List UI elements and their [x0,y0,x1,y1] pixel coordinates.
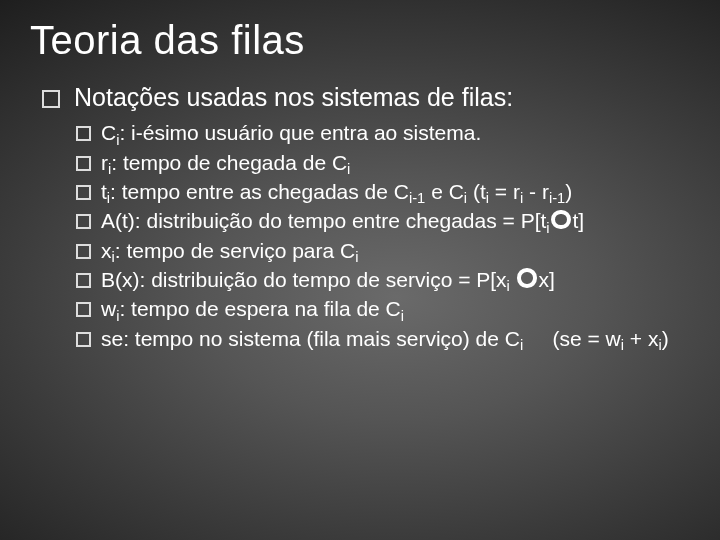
heading-row: Notações usadas nos sistemas de filas: [42,82,690,113]
square-bullet-icon [76,332,91,347]
square-bullet-icon [76,185,91,200]
square-bullet-icon [76,244,91,259]
slide-body: Notações usadas nos sistemas de filas: C… [42,82,690,354]
list-item: ti: tempo entre as chegadas de Ci-1 e Ci… [76,178,690,206]
square-bullet-icon [76,302,91,317]
list-item: xi: tempo de serviço para Ci [76,237,690,265]
list-item: B(x): distribuição do tempo de serviço =… [76,266,690,294]
list-item-text: ri: tempo de chegada de Ci [101,149,690,177]
slide: Teoria das filas Notações usadas nos sis… [0,0,720,540]
square-bullet-icon [76,214,91,229]
list-item: Ci: i-ésimo usuário que entra ao sistema… [76,119,690,147]
list-item-text: ti: tempo entre as chegadas de Ci-1 e Ci… [101,178,690,206]
slide-title: Teoria das filas [30,18,305,63]
list-item-text: Ci: i-ésimo usuário que entra ao sistema… [101,119,690,147]
heading-text: Notações usadas nos sistemas de filas: [74,82,513,113]
notation-list: Ci: i-ésimo usuário que entra ao sistema… [76,119,690,353]
list-item: A(t): distribuição do tempo entre chegad… [76,207,690,235]
square-bullet-icon [76,156,91,171]
square-bullet-icon [76,126,91,141]
list-item-text: B(x): distribuição do tempo de serviço =… [101,266,690,294]
list-item: ri: tempo de chegada de Ci [76,149,690,177]
list-item-text: xi: tempo de serviço para Ci [101,237,690,265]
list-item: wi: tempo de espera na fila de Ci [76,295,690,323]
list-item-text: wi: tempo de espera na fila de Ci [101,295,690,323]
list-item: se: tempo no sistema (fila mais serviço)… [76,325,690,353]
square-bullet-icon [42,90,60,108]
list-item-text: se: tempo no sistema (fila mais serviço)… [101,325,690,353]
list-item-text: A(t): distribuição do tempo entre chegad… [101,207,690,235]
square-bullet-icon [76,273,91,288]
